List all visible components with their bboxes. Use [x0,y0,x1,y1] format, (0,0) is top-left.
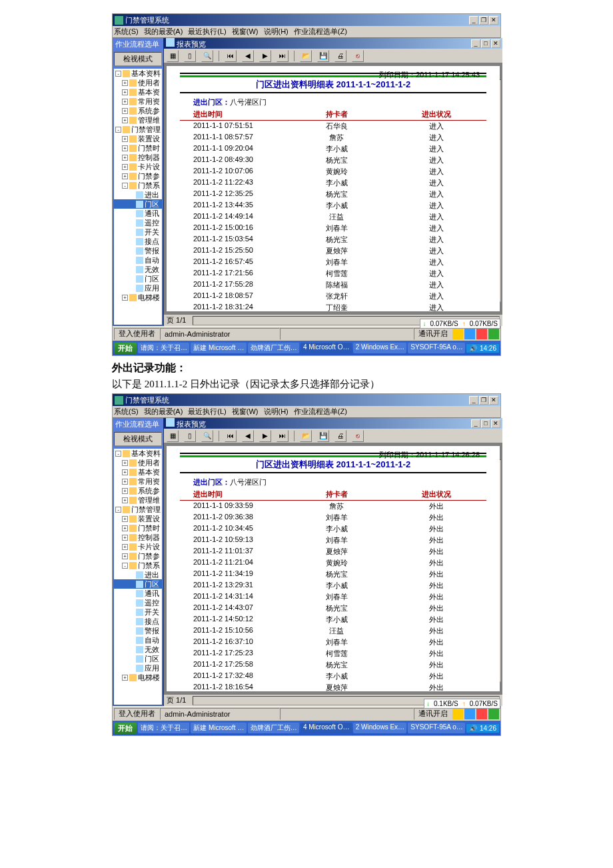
tb-open-icon[interactable]: 📂 [300,430,312,442]
tray-icon[interactable]: 🔊 [469,725,477,732]
tree-item[interactable]: +卡片设 [114,162,162,171]
tree-item[interactable]: -门禁管理 [114,125,162,134]
tree-item[interactable]: +系统参 [114,486,162,495]
status-icon-4[interactable] [488,329,499,339]
tree-item[interactable]: 警报 [114,246,162,255]
status-icon-1[interactable] [452,329,463,339]
tray-icon[interactable]: 🔊 [469,345,477,352]
expand-icon[interactable]: - [115,507,121,513]
taskbar-item[interactable]: 新建 Microsoft … [191,723,246,733]
status-icon-2[interactable] [464,329,475,339]
menu-help[interactable]: 说明(H) [264,27,289,37]
tree-item[interactable]: +管理维 [114,115,162,125]
menu-help[interactable]: 说明(H) [264,407,289,417]
expand-icon[interactable]: - [115,451,121,457]
minimize-button[interactable]: _ [469,396,478,405]
tree-item[interactable]: +门禁参 [114,171,162,181]
tree-item[interactable]: +基本资 [114,87,162,97]
expand-icon[interactable]: + [122,164,128,170]
tree-item[interactable]: +管理维 [114,495,162,505]
tree-item[interactable]: 接点 [114,237,162,246]
expand-icon[interactable]: + [122,553,128,559]
taskbar-item[interactable]: 4 Microsoft O… [301,343,352,353]
menu-recent[interactable]: 最近执行(L) [188,407,226,417]
tb-next-icon[interactable]: ▶ [259,50,271,62]
tree-item[interactable]: 自动 [114,635,162,645]
tree-item[interactable]: 进出 [114,570,162,579]
expand-icon[interactable]: + [122,99,128,105]
tb-open-icon[interactable]: 📂 [300,50,312,62]
tree-item[interactable]: -基本资料 [114,449,162,458]
menu-window[interactable]: 视窗(W) [232,27,259,37]
expand-icon[interactable]: + [122,469,128,475]
start-button[interactable]: 开始 [114,723,137,734]
expand-icon[interactable]: + [122,136,128,142]
expand-icon[interactable]: + [122,173,128,179]
tree-item[interactable]: 无效 [114,645,162,654]
expand-icon[interactable]: + [122,295,128,301]
tb-last-icon[interactable]: ⏭ [277,430,289,442]
status-icon-2[interactable] [464,709,475,719]
expand-icon[interactable]: + [122,544,128,550]
menu-favorites[interactable]: 我的最爱(A) [144,407,183,417]
expand-icon[interactable]: + [122,675,128,681]
tree-item[interactable]: 接点 [114,617,162,626]
tree-item[interactable]: +控制器 [114,153,162,162]
tree-item[interactable]: 无效 [114,265,162,274]
tree-item[interactable]: +门禁时 [114,143,162,153]
tree-item[interactable]: +基本资 [114,467,162,477]
tb-first-icon[interactable]: ⏮ [225,430,237,442]
taskbar-item[interactable]: 2 Windows Ex… [353,343,407,353]
expand-icon[interactable]: + [122,460,128,466]
expand-icon[interactable]: + [122,89,128,95]
tb-print-icon[interactable]: 🖨 [334,50,346,62]
expand-icon[interactable]: + [122,479,128,485]
tb-zoom-icon[interactable]: 🔍 [201,430,213,442]
expand-icon[interactable]: + [122,535,128,541]
expand-icon[interactable]: - [115,127,121,133]
taskbar-item[interactable]: 2 Windows Ex… [353,723,407,733]
tree-item[interactable]: 门区 [114,199,162,209]
report-minimize-button[interactable]: _ [471,39,480,48]
expand-icon[interactable]: + [122,488,128,494]
menu-system[interactable]: 系统(S) [114,27,139,37]
tree-item[interactable]: +控制器 [114,533,162,542]
report-minimize-button[interactable]: _ [471,419,480,428]
expand-icon[interactable]: - [122,183,128,189]
expand-icon[interactable]: + [122,525,128,531]
menu-workflow[interactable]: 作业流程选单(Z) [294,407,347,417]
report-maximize-button[interactable]: □ [481,419,490,428]
taskbar-item[interactable]: 请阅：关于召… [138,723,189,733]
expand-icon[interactable]: - [115,71,121,77]
tree-item[interactable]: 遥控 [114,598,162,607]
taskbar-item[interactable]: 劲牌酒厂工伤… [248,343,299,353]
tree-item[interactable]: +门禁参 [114,551,162,561]
tb-zoom-icon[interactable]: 🔍 [201,50,213,62]
tb-exit-icon[interactable]: ⎋ [352,50,364,62]
expand-icon[interactable]: + [122,516,128,522]
tree-item[interactable]: +常用资 [114,97,162,106]
close-button[interactable]: ✕ [489,396,498,405]
tree-item[interactable]: 自动 [114,255,162,265]
status-icon-3[interactable] [476,709,487,719]
maximize-button[interactable]: ❐ [479,16,488,25]
tree-item[interactable]: 应用 [114,663,162,673]
tree-item[interactable]: +常用资 [114,477,162,486]
taskbar-item[interactable]: 劲牌酒厂工伤… [248,723,299,733]
tree-item[interactable]: +电梯楼 [114,293,162,302]
tree-item[interactable]: 开关 [114,227,162,237]
menu-window[interactable]: 视窗(W) [232,407,259,417]
tree-item[interactable]: 通讯 [114,209,162,218]
tree-item[interactable]: 遥控 [114,218,162,227]
tree-item[interactable]: 应用 [114,283,162,293]
tb-page-icon[interactable]: ▯ [184,430,196,442]
tree-item[interactable]: 开关 [114,607,162,617]
tree-item[interactable]: -门禁系 [114,181,162,190]
tree-item[interactable]: +门禁时 [114,523,162,533]
status-icon-3[interactable] [476,329,487,339]
tree-item[interactable]: +电梯楼 [114,673,162,682]
close-button[interactable]: ✕ [489,16,498,25]
taskbar-item[interactable]: SYSOFT-95A o… [408,343,465,353]
expand-icon[interactable]: + [122,117,128,123]
status-icon-1[interactable] [452,709,463,719]
